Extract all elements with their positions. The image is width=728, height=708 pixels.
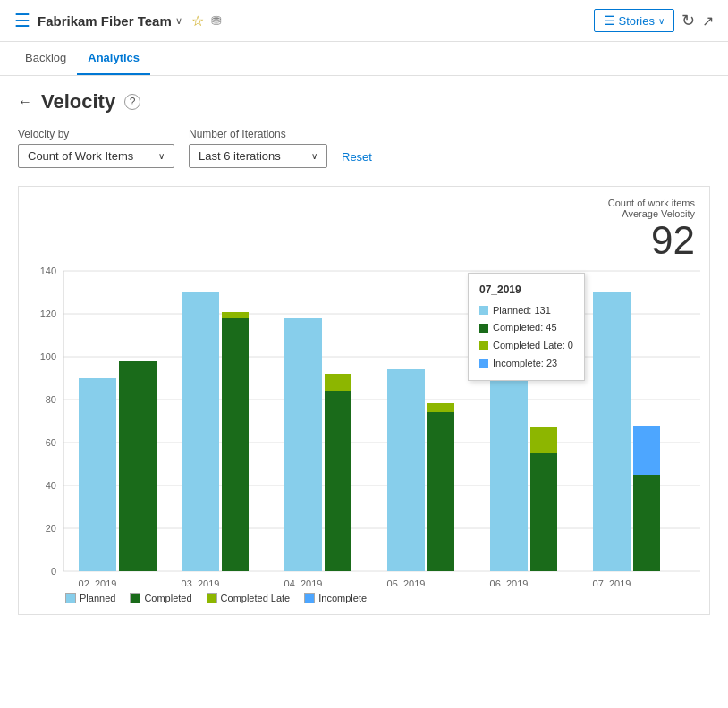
svg-text:05_2019: 05_2019 (387, 578, 426, 586)
bar-02-planned (79, 378, 116, 571)
svg-text:60: 60 (46, 437, 56, 448)
stories-chevron-icon: ∨ (658, 16, 665, 26)
bar-03-completed (222, 318, 249, 571)
legend-completed-late-swatch (207, 593, 217, 603)
tooltip-title: 07_2019 (479, 281, 573, 300)
header-right: ☰ Stories ∨ ↻ ↗ (594, 9, 714, 32)
bar-03-completed-late (222, 312, 249, 318)
bar-07-planned (593, 292, 631, 571)
velocity-by-label: Velocity by (18, 128, 174, 140)
tooltip-planned: Planned: 131 (479, 302, 573, 320)
tooltip-completed: Completed: 45 (479, 319, 573, 337)
bar-06-planned (490, 376, 528, 571)
stories-dropdown[interactable]: ☰ Stories ∨ (594, 9, 674, 32)
chart-area: 0 20 40 60 80 100 120 140 (30, 201, 698, 586)
bar-05-completed-late (427, 403, 454, 412)
controls-row: Velocity by Count of Work Items ∨ Number… (18, 128, 710, 168)
bar-03-planned (182, 292, 219, 571)
velocity-by-group: Velocity by Count of Work Items ∨ (18, 128, 174, 168)
reset-button[interactable]: Reset (342, 146, 372, 168)
svg-text:40: 40 (46, 480, 56, 491)
legend-completed-swatch (130, 593, 140, 603)
tooltip-completed-swatch (479, 324, 488, 333)
team-name: Fabrikam Fiber Team (38, 13, 172, 29)
page-content: ← Velocity ? Velocity by Count of Work I… (0, 76, 728, 629)
legend-incomplete-swatch (304, 593, 315, 603)
svg-text:140: 140 (40, 266, 56, 276)
svg-text:120: 120 (40, 308, 56, 319)
header-icon: ☰ (14, 10, 30, 31)
iterations-dropdown[interactable]: Last 6 iterations ∨ (189, 144, 327, 168)
bar-05-completed (427, 412, 454, 571)
bar-05-planned (387, 369, 425, 571)
team-members-icon[interactable]: ⛃ (211, 13, 222, 28)
nav-tabs: Backlog Analytics (0, 42, 728, 76)
iterations-chevron-icon: ∨ (311, 151, 317, 161)
svg-text:02_2019: 02_2019 (79, 578, 117, 586)
legend-incomplete: Incomplete (304, 593, 367, 603)
svg-text:07_2019: 07_2019 (593, 578, 631, 586)
legend-planned-swatch (65, 593, 76, 603)
bar-06-completed-late (530, 427, 557, 453)
svg-text:80: 80 (46, 394, 56, 405)
bar-04-planned (284, 318, 322, 571)
header: ☰ Fabrikam Fiber Team ∨ ☆ ⛃ ☰ Stories ∨ … (0, 0, 728, 42)
expand-button[interactable]: ↗ (702, 13, 714, 30)
velocity-by-chevron-icon: ∨ (158, 151, 165, 161)
page-title-row: ← Velocity ? (18, 90, 710, 114)
tab-analytics[interactable]: Analytics (77, 42, 150, 75)
velocity-by-dropdown[interactable]: Count of Work Items ∨ (18, 144, 174, 168)
bar-07-completed (633, 475, 660, 571)
svg-text:20: 20 (46, 523, 56, 534)
iterations-group: Number of Iterations Last 6 iterations ∨ (189, 128, 327, 168)
tooltip-completed-late: Completed Late: 0 (479, 337, 573, 355)
refresh-button[interactable]: ↻ (681, 11, 695, 30)
legend-planned: Planned (65, 593, 115, 603)
tooltip: 07_2019 Planned: 131 Completed: 45 Compl… (468, 273, 585, 381)
chart-container: Count of work items Average Velocity 92 … (18, 186, 710, 615)
page-title: Velocity (41, 90, 115, 114)
help-button[interactable]: ? (124, 94, 140, 110)
stories-label: Stories (619, 14, 655, 28)
team-chevron-icon[interactable]: ∨ (175, 15, 182, 27)
bar-07-incomplete (633, 426, 660, 475)
favorite-icon[interactable]: ☆ (191, 13, 204, 30)
tooltip-incomplete: Incomplete: 23 (479, 355, 573, 373)
back-arrow-icon[interactable]: ← (18, 94, 32, 110)
bar-04-completed (325, 391, 351, 571)
svg-text:06_2019: 06_2019 (490, 578, 529, 586)
bar-06-completed (530, 453, 557, 571)
svg-text:100: 100 (40, 351, 56, 362)
legend-row: Planned Completed Completed Late Incompl… (30, 593, 698, 603)
tooltip-incomplete-swatch (479, 359, 488, 368)
tooltip-planned-swatch (479, 306, 488, 315)
legend-completed-late: Completed Late (207, 593, 291, 603)
stories-icon: ☰ (604, 13, 615, 28)
bar-04-completed-late (325, 374, 351, 391)
svg-text:03_2019: 03_2019 (182, 578, 220, 586)
legend-completed: Completed (130, 593, 191, 603)
tab-backlog[interactable]: Backlog (14, 42, 77, 75)
bar-02-completed (119, 361, 157, 571)
svg-text:0: 0 (51, 566, 56, 577)
velocity-chart: 0 20 40 60 80 100 120 140 (30, 201, 709, 586)
svg-text:04_2019: 04_2019 (284, 578, 323, 586)
iterations-label: Number of Iterations (189, 128, 327, 140)
tooltip-completed-late-swatch (479, 341, 488, 350)
